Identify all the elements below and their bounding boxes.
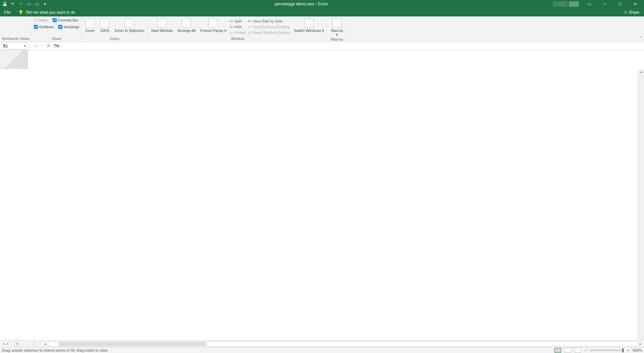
undo-icon[interactable]: ↶ [10, 1, 15, 7]
zoom-selection-label: Zoom to Selection [114, 29, 144, 33]
cancel-formula-icon[interactable]: ✕ [34, 44, 37, 48]
zoom-in-icon[interactable]: + [627, 348, 629, 352]
page-layout-view-button[interactable] [565, 348, 571, 353]
arrange-all-icon [182, 18, 191, 28]
group-window: New Window Arrange All Freeze Panes ▾ ▭ … [148, 16, 328, 42]
touch-icon[interactable]: ▭ [34, 1, 40, 7]
status-text: Drag outside selection to extend series … [2, 348, 108, 352]
group-macros: Macros▾ Macros [328, 16, 347, 42]
switch-windows-button[interactable]: Switch Windows ▾ [293, 18, 325, 33]
vertical-scrollbar[interactable]: ▴ [638, 69, 644, 340]
share-button[interactable]: ⇪ Share [619, 8, 644, 16]
macros-button[interactable]: Macros▾ [330, 18, 344, 37]
reset-position-label: Reset Window Position [253, 31, 290, 35]
doc-icon[interactable]: ▭ [26, 1, 32, 7]
share-icon: ⇪ [624, 10, 627, 15]
title-bar: 💾 ↶ ↷ ▭ ▭ ▾ percentage demo.xlsx - Excel… [0, 0, 644, 8]
group-workbook-views: Workbook Views [0, 16, 32, 42]
ribbon: Workbook Views Ruler Formula Bar Gridlin… [0, 16, 644, 42]
formula-bar-checkbox[interactable]: Formula Bar [53, 18, 78, 23]
unhide-button: ▭ Unhide [230, 30, 246, 35]
column-headers [28, 50, 638, 69]
freeze-panes-icon [209, 18, 218, 28]
new-window-label: New Window [151, 29, 173, 33]
zoom-selection-button[interactable]: Zoom to Selection [113, 18, 146, 33]
name-box-value: B1 [3, 44, 8, 48]
zoom-icon [85, 18, 95, 28]
enter-formula-icon[interactable]: ✓ [41, 44, 44, 48]
sheet-tab-bar: ◂▸ + ⁞ ◂ ▸ [0, 340, 644, 347]
sync-scroll-label: Synchronous Scrolling [253, 25, 289, 29]
arrange-all-button[interactable]: Arrange All [176, 18, 197, 33]
add-sheet-button[interactable]: + [14, 341, 20, 347]
gridlines-checkbox[interactable]: Gridlines [34, 25, 54, 29]
lightbulb-icon: 💡 [18, 10, 23, 15]
zoom-button[interactable]: Zoom [84, 18, 96, 33]
hide-label: Hide [234, 25, 242, 29]
tab-file[interactable]: File [0, 8, 14, 16]
new-window-icon [157, 18, 167, 28]
fx-icon[interactable]: fx [45, 43, 52, 48]
view-side-label: View Side by Side [253, 19, 282, 23]
select-all-corner[interactable] [0, 50, 28, 69]
hide-button[interactable]: ▭ Hide [230, 24, 246, 29]
group-label-workbook-views: Workbook Views [2, 37, 30, 41]
scroll-left-icon[interactable]: ◂ [43, 342, 48, 346]
group-label-macros: Macros [330, 37, 344, 42]
account-badge[interactable] [569, 1, 579, 7]
normal-view-button[interactable] [554, 348, 561, 353]
reset-position-button: ▭ Reset Window Position [248, 30, 290, 35]
zoom-out-icon[interactable]: − [585, 348, 587, 352]
ruler-checkbox[interactable]: Ruler [34, 18, 48, 23]
account-area[interactable] [553, 1, 568, 7]
zoom-100-button[interactable]: 100% [98, 18, 111, 33]
tell-me-label: Tell me what you want to do [25, 10, 75, 15]
zoom-slider[interactable] [590, 350, 624, 351]
ruler-label: Ruler [39, 18, 48, 22]
freeze-panes-button[interactable]: Freeze Panes ▾ [199, 18, 228, 33]
tell-me[interactable]: 💡 Tell me what you want to do [14, 8, 75, 16]
qat-more-icon[interactable]: ▾ [42, 1, 48, 7]
name-box[interactable]: B1 ▼ [1, 43, 28, 49]
new-window-button[interactable]: New Window [150, 18, 174, 33]
freeze-panes-label: Freeze Panes ▾ [200, 29, 226, 33]
scroll-right-icon[interactable]: ▸ [638, 342, 643, 346]
save-icon[interactable]: 💾 [2, 1, 7, 7]
macros-icon [332, 18, 342, 28]
split-button[interactable]: ▭ Split [230, 18, 246, 24]
cells-area[interactable] [28, 69, 638, 340]
gridlines-label: Gridlines [39, 25, 54, 29]
headings-checkbox[interactable]: Headings [58, 25, 79, 29]
group-label-show: Show [34, 37, 79, 41]
page-break-view-button[interactable] [575, 348, 581, 353]
row-headers [0, 69, 28, 340]
group-label-zoom: Zoom [84, 37, 146, 41]
scroll-up-icon[interactable]: ▴ [638, 69, 644, 75]
view-side-by-side-button[interactable]: ▭ View Side by Side [248, 18, 290, 24]
window-title: percentage demo.xlsx - Excel [50, 2, 553, 6]
zoom-label: Zoom [85, 29, 95, 33]
zoom-level[interactable]: 400% [633, 348, 642, 352]
redo-icon[interactable]: ↷ [18, 1, 23, 7]
name-box-dropdown-icon[interactable]: ▼ [23, 44, 26, 48]
sheet-nav[interactable]: ◂▸ [0, 342, 11, 346]
zoom-100-icon [100, 18, 109, 28]
zoom-selection-icon [125, 18, 134, 28]
group-label-window: Window [150, 37, 325, 41]
ribbon-display-icon[interactable]: ▭ [582, 0, 596, 8]
sync-scroll-button: ▭ Synchronous Scrolling [248, 24, 290, 29]
ribbon-tabs: File 💡 Tell me what you want to do ⇪ Sha… [0, 8, 644, 16]
minimize-icon[interactable]: — [597, 0, 612, 8]
close-icon[interactable]: ✕ [628, 0, 643, 8]
unhide-label: Unhide [234, 31, 246, 35]
quick-access-toolbar: 💾 ↶ ↷ ▭ ▭ ▾ [0, 1, 50, 7]
horizontal-scrollbar[interactable]: ◂ ▸ [48, 342, 637, 346]
group-zoom: Zoom 100% Zoom to Selection Zoom [82, 16, 148, 42]
formula-input[interactable]: 7% [52, 44, 644, 48]
scroll-thumb[interactable] [59, 342, 206, 346]
spreadsheet-grid[interactable]: ▴ [0, 50, 644, 340]
split-label: Split [234, 19, 241, 23]
collapse-ribbon-icon[interactable]: ˄ [637, 16, 644, 42]
share-label: Share [629, 10, 639, 15]
maximize-icon[interactable]: ◻ [612, 0, 627, 8]
